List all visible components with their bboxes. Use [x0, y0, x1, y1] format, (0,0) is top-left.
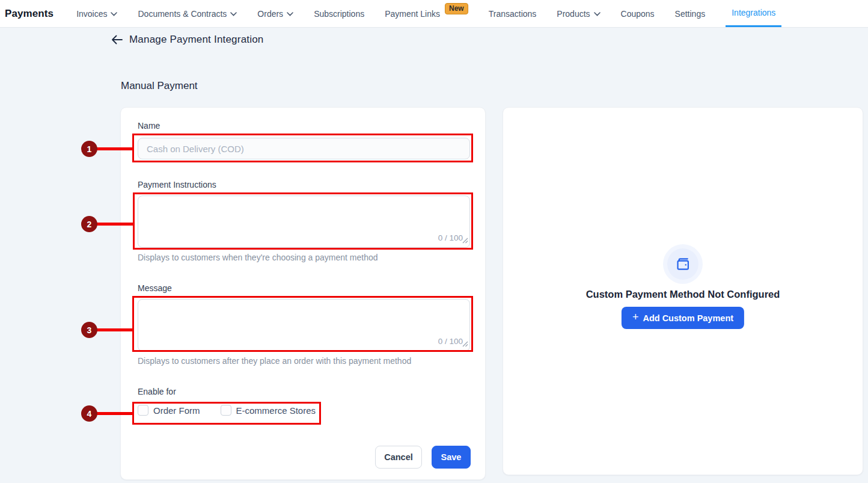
nav-item-orders[interactable]: Orders: [257, 0, 293, 27]
nav-item-coupons[interactable]: Coupons: [621, 0, 655, 27]
chevron-down-icon: [594, 12, 601, 16]
form-actions: Cancel Save: [375, 446, 471, 469]
enable-for-label: Enable for: [138, 387, 176, 396]
payment-instructions-textarea[interactable]: [138, 195, 470, 248]
message-field: 0 / 100: [138, 299, 470, 351]
cancel-button[interactable]: Cancel: [375, 446, 422, 469]
section-title: Manual Payment: [121, 80, 198, 92]
nav-item-documents-contracts[interactable]: Documents & Contracts: [138, 0, 237, 27]
resize-handle-icon[interactable]: [462, 339, 468, 349]
nav-item-invoices[interactable]: Invoices: [76, 0, 117, 27]
payments-integrations-page: Payments Invoices Documents & Contracts …: [0, 0, 868, 483]
order-form-checkbox-label[interactable]: Order Form: [153, 405, 200, 416]
annotation-badge-1: 1: [81, 141, 97, 157]
back-arrow-icon[interactable]: [111, 35, 123, 45]
payment-instructions-field: 0 / 100: [138, 195, 470, 248]
chevron-down-icon: [230, 12, 237, 16]
chevron-down-icon: [287, 12, 293, 16]
order-form-checkbox[interactable]: [138, 405, 148, 416]
enable-for-options: Order Form E-commerce Stores: [138, 405, 316, 416]
name-input[interactable]: [138, 138, 470, 159]
name-label: Name: [138, 121, 160, 131]
annotation-badge-4: 4: [81, 405, 97, 422]
annotation-badge-2: 2: [81, 216, 97, 232]
payment-instructions-helper: Displays to customers when they're choos…: [138, 253, 378, 262]
new-badge: New: [445, 3, 468, 14]
resize-handle-icon[interactable]: [462, 235, 468, 246]
message-textarea[interactable]: [138, 299, 470, 351]
back-title: Manage Payment Integration: [129, 34, 264, 46]
plus-icon: +: [632, 311, 639, 324]
save-button[interactable]: Save: [432, 446, 471, 469]
nav-items: Invoices Documents & Contracts Orders Su…: [76, 0, 781, 27]
page-title: Payments: [5, 0, 53, 27]
back-header: Manage Payment Integration: [111, 34, 264, 46]
nav-item-payment-links[interactable]: Payment Links New: [385, 0, 468, 27]
add-custom-payment-button[interactable]: + Add Custom Payment: [622, 307, 744, 329]
nav-item-integrations-active[interactable]: Integrations: [726, 0, 781, 27]
payment-instructions-label: Payment Instructions: [138, 180, 216, 189]
message-label: Message: [138, 283, 172, 293]
wallet-icon: [667, 248, 698, 280]
empty-state-title: Custom Payment Method Not Configured: [503, 289, 863, 300]
top-navigation: Payments Invoices Documents & Contracts …: [0, 0, 868, 28]
ecommerce-stores-checkbox[interactable]: [221, 405, 231, 416]
nav-item-transactions[interactable]: Transactions: [489, 0, 537, 27]
manual-payment-card: Name Payment Instructions 0 / 100 Displa…: [120, 107, 486, 480]
message-helper: Displays to customers after they place a…: [138, 356, 411, 366]
chevron-down-icon: [111, 12, 117, 16]
annotation-badge-3: 3: [81, 322, 97, 338]
nav-item-subscriptions[interactable]: Subscriptions: [314, 0, 364, 27]
nav-item-products[interactable]: Products: [557, 0, 600, 27]
custom-payment-card: Custom Payment Method Not Configured + A…: [503, 107, 863, 475]
nav-item-settings[interactable]: Settings: [675, 0, 706, 27]
ecommerce-stores-checkbox-label[interactable]: E-commerce Stores: [236, 405, 316, 416]
